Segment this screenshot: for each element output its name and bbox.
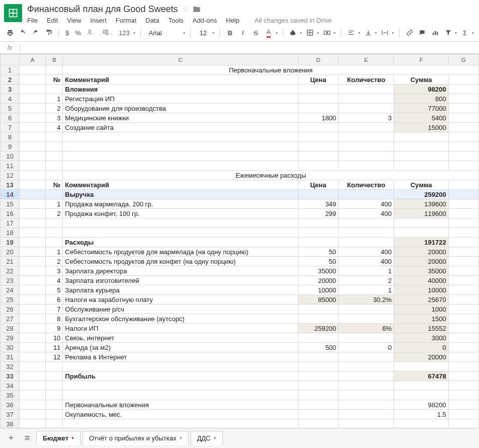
cell[interactable]: [20, 305, 46, 314]
grid-row[interactable]: 14Выручка259200: [1, 190, 479, 199]
menu-file[interactable]: File: [27, 17, 38, 24]
row-header[interactable]: 26: [1, 305, 20, 314]
row-header[interactable]: 11: [1, 161, 20, 171]
cell[interactable]: 2: [46, 104, 63, 113]
cell[interactable]: 0: [339, 343, 394, 352]
cell[interactable]: [448, 161, 478, 171]
cell[interactable]: 1000: [394, 305, 448, 314]
row-header[interactable]: 17: [1, 218, 20, 228]
insert-comment-icon[interactable]: [418, 27, 428, 38]
cell[interactable]: [20, 333, 46, 343]
cell[interactable]: 1500: [394, 314, 448, 324]
col-header[interactable]: E: [339, 54, 394, 65]
cell[interactable]: Зарплата курьера: [63, 285, 298, 295]
grid[interactable]: A B C D E F G 1Первоначальные вложения2№…: [0, 54, 479, 436]
grid-row[interactable]: 2910Связь, интернет3000: [1, 333, 479, 343]
row-header[interactable]: 3: [1, 85, 20, 94]
cell[interactable]: [20, 352, 46, 362]
cell[interactable]: 20000: [394, 352, 448, 362]
cell[interactable]: [20, 314, 46, 324]
grid-row[interactable]: 11: [1, 161, 479, 171]
cell[interactable]: [448, 142, 478, 152]
cell[interactable]: [298, 333, 338, 343]
grid-row[interactable]: 212Себестоимость продуктов для конфет (н…: [1, 257, 479, 266]
row-header[interactable]: 18: [1, 228, 20, 238]
section-title[interactable]: Ежемесячные расходы: [63, 171, 479, 180]
cell[interactable]: [63, 391, 298, 400]
col-header[interactable]: B: [46, 54, 63, 65]
grid-row[interactable]: 74Создание сайта15000: [1, 123, 479, 132]
paint-format-icon[interactable]: [44, 27, 54, 38]
grid-row[interactable]: 10: [1, 152, 479, 161]
cell[interactable]: 35000: [394, 266, 448, 276]
chevron-down-icon[interactable]: ▾: [334, 31, 336, 35]
section-title[interactable]: Первоначальные вложения: [63, 65, 479, 75]
cell[interactable]: Зарплата изготовителей: [63, 276, 298, 285]
cell[interactable]: [339, 104, 394, 113]
cell[interactable]: Регистрация ИП: [63, 94, 298, 104]
cell[interactable]: [20, 324, 46, 333]
cell[interactable]: [448, 94, 478, 104]
menu-view[interactable]: View: [67, 17, 81, 24]
cell[interactable]: 85000: [298, 295, 338, 305]
cell[interactable]: [339, 371, 394, 381]
row-header[interactable]: 16: [1, 209, 20, 218]
decrease-decimal[interactable]: .0←: [86, 29, 97, 36]
cell[interactable]: [20, 362, 46, 371]
cell[interactable]: 1: [339, 285, 394, 295]
cell[interactable]: 8: [46, 314, 63, 324]
cell[interactable]: 191722: [394, 238, 448, 247]
cell[interactable]: [394, 391, 448, 400]
cell[interactable]: 259200: [394, 190, 448, 199]
font-size-select[interactable]: 12: [195, 28, 210, 38]
cell[interactable]: 1.5: [394, 410, 448, 419]
cell[interactable]: [298, 305, 338, 314]
cell[interactable]: Создание сайта: [63, 123, 298, 132]
cell[interactable]: [448, 276, 478, 285]
col-header[interactable]: D: [298, 54, 338, 65]
cell[interactable]: 15000: [394, 123, 448, 132]
cell[interactable]: Продажа мармелада, 200 гр.: [63, 199, 298, 209]
chevron-down-icon[interactable]: ▾: [375, 31, 377, 35]
cell[interactable]: [394, 142, 448, 152]
chevron-down-icon[interactable]: ▾: [455, 31, 457, 35]
row-header[interactable]: 1: [1, 65, 20, 75]
cell[interactable]: [448, 257, 478, 266]
text-color-button[interactable]: A: [264, 27, 274, 38]
cell[interactable]: 3: [46, 113, 63, 123]
cell[interactable]: [20, 400, 46, 410]
cell[interactable]: 1: [339, 266, 394, 276]
row-header[interactable]: 14: [1, 190, 20, 199]
merge-cells-icon[interactable]: [322, 27, 332, 38]
currency-format[interactable]: $: [64, 29, 70, 37]
cell[interactable]: [448, 305, 478, 314]
cell[interactable]: [394, 132, 448, 142]
cell[interactable]: 25670: [394, 295, 448, 305]
chevron-down-icon[interactable]: ▾: [358, 31, 360, 35]
chevron-down-icon[interactable]: ▾: [300, 31, 302, 35]
cell[interactable]: 67478: [394, 371, 448, 381]
cell[interactable]: Выручка: [63, 190, 298, 199]
cell[interactable]: [20, 180, 46, 190]
row-header[interactable]: 36: [1, 400, 20, 410]
cell[interactable]: 299: [298, 209, 338, 218]
cell[interactable]: [20, 391, 46, 400]
menu-edit[interactable]: Edit: [47, 17, 58, 24]
cell[interactable]: [339, 190, 394, 199]
cell[interactable]: [298, 228, 338, 238]
cell[interactable]: [339, 123, 394, 132]
grid-row[interactable]: 289Налоги ИП2592006%15552: [1, 324, 479, 333]
cell[interactable]: [298, 94, 338, 104]
cell[interactable]: Оборудование для производства: [63, 104, 298, 113]
bold-button[interactable]: B: [225, 27, 235, 38]
cell[interactable]: [298, 218, 338, 228]
cell[interactable]: [394, 362, 448, 371]
cell[interactable]: [20, 132, 46, 142]
cell[interactable]: 30.2%: [339, 295, 394, 305]
cell[interactable]: [46, 85, 63, 94]
insert-chart-icon[interactable]: [430, 27, 440, 38]
cell[interactable]: [448, 362, 478, 371]
cell[interactable]: Количество: [339, 75, 394, 85]
cell[interactable]: [298, 410, 338, 419]
cell[interactable]: [20, 218, 46, 228]
